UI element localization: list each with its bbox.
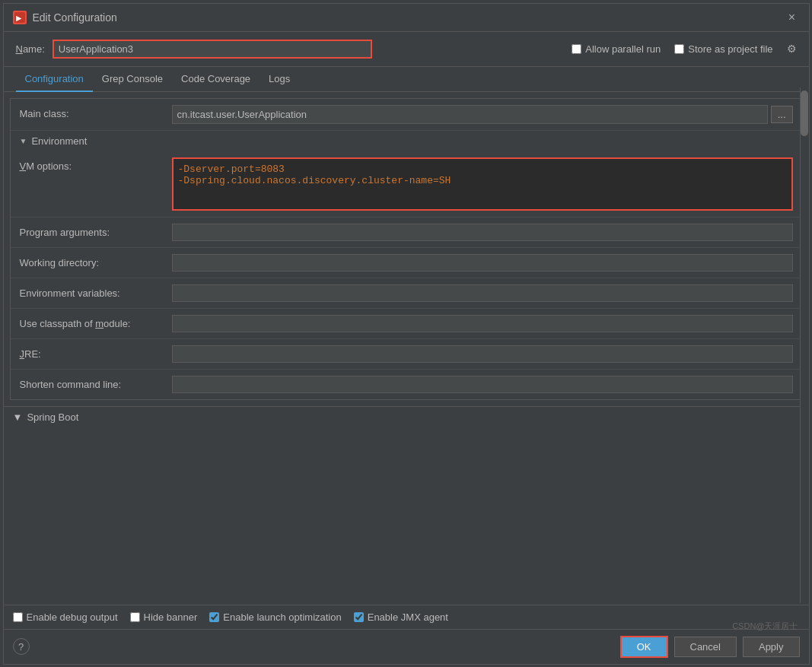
tab-configuration[interactable]: Configuration xyxy=(16,67,93,92)
spring-boot-options-row: Enable debug output Hide banner Enable l… xyxy=(4,605,809,629)
program-arguments-input[interactable] xyxy=(172,224,793,241)
spring-boot-section-header[interactable]: ▼ Spring Boot xyxy=(4,406,809,427)
help-button[interactable]: ? xyxy=(13,638,30,655)
allow-parallel-run-label[interactable]: Allow parallel run xyxy=(572,43,661,55)
config-panel: Main class: ... ▼ Environment VM options… xyxy=(10,98,803,400)
svg-text:▶: ▶ xyxy=(16,14,22,22)
vm-options-textarea[interactable]: -Dserver.port=8083 -Dspring.cloud.nacos.… xyxy=(172,157,793,211)
environment-variables-row: Environment variables: xyxy=(11,278,802,309)
gear-icon[interactable]: ⚙ xyxy=(787,43,797,55)
name-input[interactable] xyxy=(53,40,372,59)
spring-boot-label: Spring Boot xyxy=(27,411,78,423)
jre-input[interactable] xyxy=(172,345,793,363)
scroll-content: Main class: ... ▼ Environment VM options… xyxy=(4,92,809,605)
tab-logs[interactable]: Logs xyxy=(260,67,299,92)
jre-label: JRE: xyxy=(20,345,172,360)
vm-options-label: VM options: xyxy=(20,157,172,172)
use-classpath-input[interactable] xyxy=(172,315,793,332)
store-as-project-file-checkbox[interactable] xyxy=(674,44,684,54)
jre-row: JRE: xyxy=(11,339,802,370)
app-icon: ▶ xyxy=(13,11,27,24)
program-arguments-label: Program arguments: xyxy=(20,224,172,238)
environment-section-header[interactable]: ▼ Environment xyxy=(11,131,802,151)
name-label: Name: xyxy=(16,43,45,55)
use-classpath-label: Use classpath of module: xyxy=(20,315,172,329)
tab-code-coverage[interactable]: Code Coverage xyxy=(172,67,260,92)
shorten-command-line-row: Shorten command line: xyxy=(11,370,802,399)
main-class-row: Main class: ... xyxy=(11,99,802,131)
tab-grep-console[interactable]: Grep Console xyxy=(93,67,172,92)
environment-section-label: Environment xyxy=(31,135,87,147)
ok-button[interactable]: OK xyxy=(620,636,668,658)
dialog-title: Edit Configuration xyxy=(33,11,779,24)
name-row: Name: Allow parallel run Store as projec… xyxy=(4,32,809,67)
allow-parallel-run-checkbox[interactable] xyxy=(572,44,581,54)
use-classpath-row: Use classpath of module: xyxy=(11,309,802,339)
spring-boot-checkboxes: Enable debug output Hide banner Enable l… xyxy=(13,611,800,623)
main-class-browse-button[interactable]: ... xyxy=(771,106,793,123)
enable-debug-output-label[interactable]: Enable debug output xyxy=(13,611,118,623)
working-directory-label: Working directory: xyxy=(20,254,172,268)
store-as-project-file-label[interactable]: Store as project file xyxy=(674,43,772,55)
shorten-command-line-input[interactable] xyxy=(172,376,793,393)
dialog-buttons-row: ? OK Cancel Apply xyxy=(4,629,809,664)
content-area: Main class: ... ▼ Environment VM options… xyxy=(4,92,809,664)
name-options: Allow parallel run Store as project file… xyxy=(572,43,796,55)
vm-textarea-container: -Dserver.port=8083 -Dspring.cloud.nacos.… xyxy=(172,157,793,211)
working-directory-input[interactable] xyxy=(172,254,793,272)
main-class-input-group: ... xyxy=(172,105,793,124)
environment-variables-label: Environment variables: xyxy=(20,284,172,299)
enable-jmx-agent-checkbox[interactable] xyxy=(354,612,364,622)
enable-jmx-agent-label[interactable]: Enable JMX agent xyxy=(354,611,448,623)
vm-options-row: VM options: -Dserver.port=8083 -Dspring.… xyxy=(11,151,802,218)
cancel-button[interactable]: Cancel xyxy=(674,637,737,657)
tabs-bar: Configuration Grep Console Code Coverage… xyxy=(4,67,809,92)
hide-banner-checkbox[interactable] xyxy=(130,612,140,622)
program-arguments-row: Program arguments: xyxy=(11,218,802,248)
working-directory-row: Working directory: xyxy=(11,248,802,278)
environment-triangle-icon: ▼ xyxy=(20,137,27,145)
close-button[interactable]: × xyxy=(785,10,800,25)
enable-launch-optimization-checkbox[interactable] xyxy=(209,612,219,622)
main-class-input[interactable] xyxy=(172,105,768,124)
scrollbar-track[interactable] xyxy=(800,87,809,603)
edit-configuration-dialog: ▶ Edit Configuration × Name: Allow paral… xyxy=(3,3,810,665)
environment-variables-input[interactable] xyxy=(172,284,793,302)
hide-banner-label[interactable]: Hide banner xyxy=(130,611,198,623)
spring-boot-triangle-icon: ▼ xyxy=(13,411,23,423)
enable-debug-output-checkbox[interactable] xyxy=(13,612,23,622)
main-class-label: Main class: xyxy=(20,105,172,119)
apply-button[interactable]: Apply xyxy=(743,637,800,657)
shorten-command-line-label: Shorten command line: xyxy=(20,376,172,390)
enable-launch-optimization-label[interactable]: Enable launch optimization xyxy=(209,611,341,623)
title-bar: ▶ Edit Configuration × xyxy=(4,4,809,32)
scrollbar-thumb[interactable] xyxy=(801,91,808,136)
